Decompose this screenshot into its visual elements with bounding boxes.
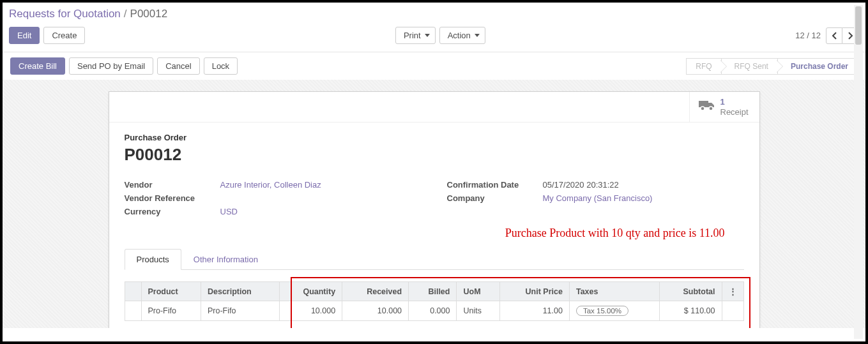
cell-billed: 0.000 [409, 301, 457, 321]
cell-product: Pro-Fifo [141, 301, 201, 321]
col-product: Product [141, 282, 201, 301]
vendor-value[interactable]: Azure Interior, Colleen Diaz [220, 180, 422, 190]
col-received: Received [342, 282, 409, 301]
cell-taxes: Tax 15.00% [569, 301, 659, 321]
form-area: 1 Receipt Purchase Order P00012 Vendor A… [3, 80, 865, 328]
control-panel: Edit Create Print Action 12 / 12 [3, 23, 865, 52]
breadcrumb-parent[interactable]: Requests for Quotation [9, 8, 121, 20]
stat-button-row: 1 Receipt [109, 92, 759, 123]
breadcrumb: Requests for Quotation / P00012 [3, 3, 865, 23]
action-label: Action [448, 31, 471, 40]
tab-other-information[interactable]: Other Information [181, 249, 270, 270]
receipt-stat-button[interactable]: 1 Receipt [689, 92, 759, 122]
col-quantity: Quantity [279, 282, 342, 301]
cell-uom: Units [457, 301, 500, 321]
tab-products[interactable]: Products [125, 249, 181, 270]
print-dropdown[interactable]: Print [395, 27, 436, 44]
svg-rect-0 [699, 101, 708, 107]
pager-prev-button[interactable] [826, 27, 842, 44]
breadcrumb-separator: / [124, 8, 127, 20]
print-label: Print [404, 31, 421, 40]
chevron-right-icon [848, 32, 853, 40]
col-options-icon[interactable]: ⋮ [722, 282, 743, 301]
form-sheet: 1 Receipt Purchase Order P00012 Vendor A… [109, 91, 760, 328]
document-type-label: Purchase Order [125, 133, 744, 142]
status-bar: Create Bill Send PO by Email Cancel Lock… [3, 52, 865, 80]
pager-text: 12 / 12 [795, 31, 821, 40]
currency-value[interactable]: USD [220, 207, 422, 216]
action-dropdown[interactable]: Action [439, 27, 485, 44]
right-field-column: Confirmation Date 05/17/2020 20:31:22 Co… [447, 180, 744, 220]
create-bill-button[interactable]: Create Bill [10, 57, 65, 75]
confirmation-date-value: 05/17/2020 20:31:22 [543, 180, 744, 190]
pager-current: 12 [795, 31, 804, 40]
tab-bar: Products Other Information [125, 249, 744, 270]
create-button[interactable]: Create [43, 27, 85, 44]
caret-down-icon [475, 34, 480, 37]
svg-point-1 [701, 107, 704, 110]
vertical-scrollbar[interactable] [854, 5, 863, 339]
pager-total: 12 [812, 31, 821, 40]
document-number: P00012 [125, 145, 744, 165]
vendor-label: Vendor [125, 180, 220, 190]
status-step-rfq[interactable]: RFQ [686, 58, 721, 75]
order-lines-table: Product Description Quantity Received Bi… [125, 281, 744, 321]
cancel-button[interactable]: Cancel [157, 57, 199, 75]
caret-down-icon [425, 34, 430, 37]
cell-subtotal: $ 110.00 [660, 301, 722, 321]
currency-label: Currency [125, 207, 220, 216]
send-po-button[interactable]: Send PO by Email [69, 57, 153, 75]
tax-chip: Tax 15.00% [576, 306, 628, 316]
cell-quantity: 10.000 [279, 301, 342, 321]
col-unit-price: Unit Price [500, 282, 570, 301]
col-taxes: Taxes [569, 282, 659, 301]
col-description: Description [201, 282, 279, 301]
cell-received: 10.000 [342, 301, 409, 321]
receipt-count: 1 [720, 97, 749, 107]
breadcrumb-current: P00012 [130, 8, 168, 20]
cell-description: Pro-Fifo [201, 301, 279, 321]
status-step-rfq-sent[interactable]: RFQ Sent [722, 58, 778, 75]
col-subtotal: Subtotal [660, 282, 722, 301]
vendor-reference-label: Vendor Reference [125, 193, 220, 203]
table-header-row: Product Description Quantity Received Bi… [125, 282, 743, 301]
lock-button[interactable]: Lock [204, 57, 238, 75]
cell-unit-price: 11.00 [500, 301, 570, 321]
company-label: Company [447, 193, 543, 203]
truck-icon [699, 100, 715, 114]
chevron-left-icon [832, 32, 837, 40]
vendor-reference-value [220, 193, 422, 203]
company-value[interactable]: My Company (San Francisco) [543, 193, 744, 203]
scrollbar-thumb[interactable] [855, 6, 862, 45]
confirmation-date-label: Confirmation Date [447, 180, 543, 190]
annotation-text: Purchase Product with 10 qty and price i… [125, 227, 725, 240]
svg-point-2 [709, 107, 713, 110]
receipt-label: Receipt [720, 107, 749, 117]
left-field-column: Vendor Azure Interior, Colleen Diaz Vend… [125, 180, 422, 220]
status-step-purchase-order[interactable]: Purchase Order [778, 58, 858, 75]
edit-button[interactable]: Edit [9, 27, 40, 44]
col-billed: Billed [409, 282, 457, 301]
col-uom: UoM [457, 282, 500, 301]
table-row[interactable]: Pro-Fifo Pro-Fifo 10.000 10.000 0.000 Un… [125, 301, 743, 321]
